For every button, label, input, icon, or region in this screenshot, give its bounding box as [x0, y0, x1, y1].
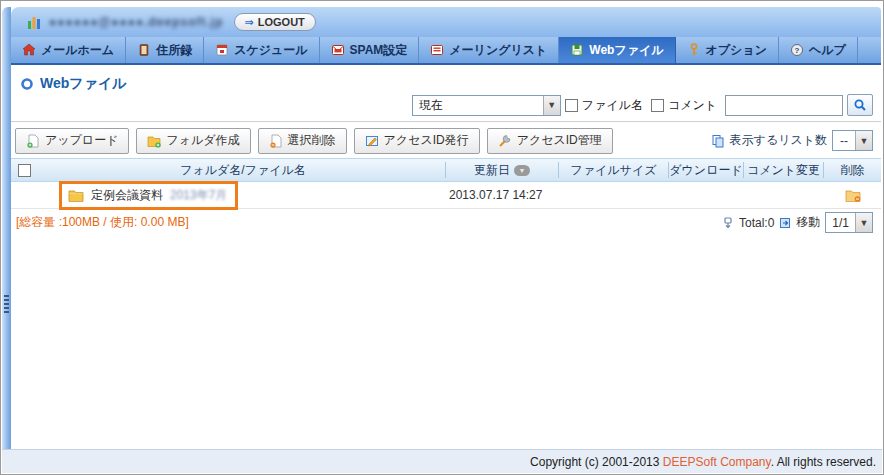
- mailing-list-icon: [430, 43, 444, 57]
- delete-selected-button[interactable]: 選択削除: [258, 128, 347, 154]
- tab-web-file[interactable]: Webファイル: [559, 37, 675, 63]
- top-bar: ●●●●●●@●●●●.deepsoft.jp ⇒ LOGOUT: [11, 7, 881, 37]
- filename-checkbox-label: ファイル名: [582, 97, 643, 114]
- tab-address-book[interactable]: 住所録: [126, 37, 204, 63]
- main-navigation: メールホーム 住所録 スケジュール SPAM設定 メーリングリスト Webファイ…: [11, 37, 881, 65]
- section-divider: [11, 121, 881, 122]
- company-name: DEEPSoft Company: [663, 455, 771, 469]
- app-window: ●●●●●●@●●●●.deepsoft.jp ⇒ LOGOUT メールホーム …: [0, 0, 884, 475]
- col-delete[interactable]: 削除: [824, 162, 881, 178]
- table-header-row: フォルダ名/ファイル名 更新日 ▼ ファイルサイズ ダウンロード コメント変更 …: [11, 158, 881, 182]
- file-table: フォルダ名/ファイル名 更新日 ▼ ファイルサイズ ダウンロード コメント変更 …: [11, 158, 881, 209]
- tab-mailing-list[interactable]: メーリングリスト: [419, 37, 559, 63]
- folder-icon: [68, 189, 84, 202]
- file-minus-icon: [269, 134, 283, 148]
- tab-help[interactable]: ? ヘルプ: [779, 37, 858, 63]
- list-count-label: 表示するリスト数: [730, 132, 827, 149]
- manage-access-id-button[interactable]: アクセスID管理: [487, 128, 613, 154]
- upload-button[interactable]: アップロード: [15, 128, 129, 154]
- panel-grip[interactable]: [4, 293, 9, 315]
- tab-mail-home[interactable]: メールホーム: [11, 37, 126, 63]
- col-updated[interactable]: 更新日 ▼: [446, 162, 559, 178]
- folder-plus-icon: [147, 134, 161, 148]
- user-id-masked: ●●●●●●@●●●●.deepsoft.jp: [49, 15, 224, 29]
- filename-checkbox[interactable]: [565, 99, 578, 112]
- page-title: Webファイル: [40, 75, 127, 93]
- logout-arrow-icon: ⇒: [245, 16, 254, 29]
- col-file-size[interactable]: ファイルサイズ: [559, 162, 669, 178]
- comment-checkbox-label: コメント: [668, 97, 717, 114]
- delete-folder-icon[interactable]: [845, 189, 861, 202]
- tab-schedule[interactable]: スケジュール: [204, 37, 319, 63]
- address-book-icon: [137, 43, 151, 57]
- page-select[interactable]: 1/1 ▼: [825, 212, 873, 233]
- search-button[interactable]: [847, 94, 873, 116]
- file-toolbar: アップロード フォルダ作成 選択削除 アクセスID発行 アクセスID管理 表示す…: [15, 127, 873, 154]
- issue-access-id-button[interactable]: アクセスID発行: [354, 128, 480, 154]
- list-count-select[interactable]: -- ▼: [832, 130, 873, 151]
- tab-spam-settings[interactable]: SPAM設定: [320, 37, 420, 63]
- total-count: Total:0: [739, 216, 774, 230]
- web-file-icon: [570, 43, 584, 57]
- search-input[interactable]: [725, 95, 843, 116]
- spam-icon: [331, 43, 345, 57]
- list-count-group: 表示するリスト数 -- ▼: [711, 130, 873, 151]
- row-updated: 2013.07.17 14:27: [446, 182, 559, 208]
- row-comment: [744, 182, 824, 208]
- upload-icon: [26, 134, 40, 148]
- pagination-group: Total:0 移動 1/1 ▼: [722, 212, 873, 233]
- folder-name-masked-part: 2013年7月: [170, 187, 227, 204]
- table-row: 定例会議資料 2013年7月 2013.07.17 14:27: [11, 182, 881, 209]
- footer: Copyright (c) 2001-2013 DEEPSoft Company…: [2, 449, 882, 473]
- search-bar: 現在 ▼ ファイル名 コメント: [412, 94, 873, 116]
- logout-button[interactable]: ⇒ LOGOUT: [234, 13, 316, 31]
- page-title-icon: [21, 78, 33, 90]
- status-bar: [総容量 :100MB / 使用: 0.00 MB] Total:0 移動 1/…: [11, 210, 881, 235]
- capacity-text: [総容量 :100MB / 使用: 0.00 MB]: [16, 214, 189, 231]
- content-area: Webファイル 現在 ▼ ファイル名 コメント アップロード: [11, 67, 881, 449]
- select-arrow-icon: ▼: [855, 131, 872, 150]
- col-download[interactable]: ダウンロード: [669, 162, 744, 178]
- comment-checkbox[interactable]: [651, 99, 664, 112]
- calendar-icon: [215, 43, 229, 57]
- move-icon: [779, 217, 791, 229]
- svg-text:?: ?: [794, 46, 799, 55]
- app-logo-icon: [27, 15, 41, 29]
- highlighted-folder-link[interactable]: 定例会議資料 2013年7月: [59, 181, 238, 210]
- left-panel-edge: [2, 7, 11, 449]
- access-id-manage-icon: [498, 134, 512, 148]
- row-file-size: [559, 182, 669, 208]
- help-icon: ?: [790, 43, 804, 57]
- total-icon: [722, 217, 734, 229]
- period-select[interactable]: 現在 ▼: [412, 95, 561, 116]
- tab-options[interactable]: オプション: [676, 37, 779, 63]
- move-label: 移動: [796, 214, 820, 231]
- page-header: Webファイル: [21, 75, 127, 93]
- folder-name-link[interactable]: 定例会議資料: [91, 187, 163, 204]
- select-all-checkbox[interactable]: [18, 164, 31, 177]
- options-key-icon: [687, 43, 701, 57]
- list-count-icon: [711, 134, 725, 148]
- select-arrow-icon: ▼: [543, 96, 560, 115]
- access-id-issue-icon: [365, 134, 379, 148]
- search-icon: [853, 98, 867, 112]
- col-comment-edit[interactable]: コメント変更: [744, 162, 824, 178]
- copyright-text: Copyright (c) 2001-2013 DEEPSoft Company…: [530, 455, 876, 469]
- select-arrow-icon: ▼: [855, 213, 872, 232]
- row-download: [669, 182, 744, 208]
- col-folder-file-name[interactable]: フォルダ名/ファイル名: [41, 162, 446, 178]
- sort-desc-icon[interactable]: ▼: [514, 165, 530, 176]
- home-icon: [22, 43, 36, 57]
- create-folder-button[interactable]: フォルダ作成: [136, 128, 250, 154]
